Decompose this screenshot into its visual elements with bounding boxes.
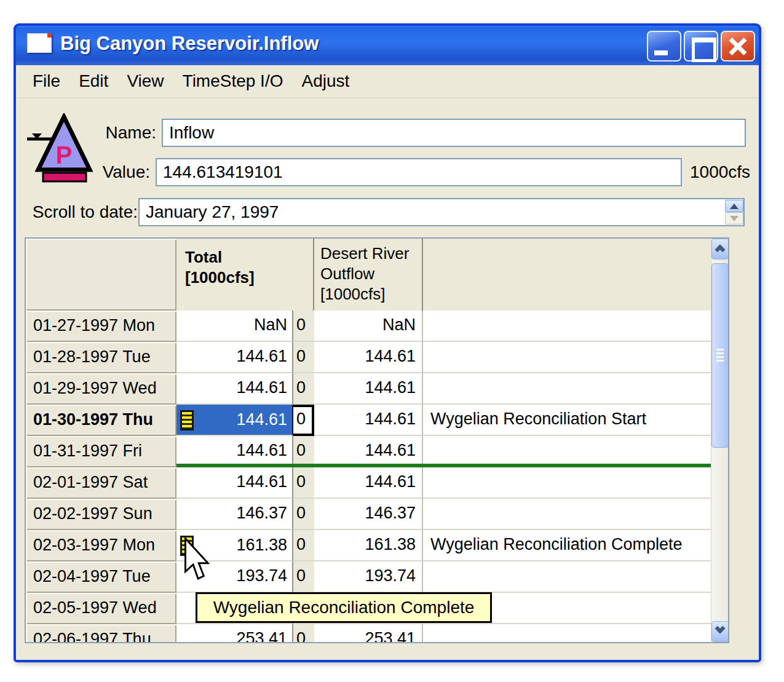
flag-cell[interactable]: 0 [293,373,314,405]
flag-cell[interactable]: 0 [293,467,314,499]
flag-cell[interactable]: 0 [293,436,314,467]
note-cell[interactable]: Wygelian Reconciliation Start [423,405,711,436]
chevron-down-icon [715,624,726,634]
vertical-scrollbar[interactable] [711,239,728,642]
total-column-header[interactable]: Total [1000cfs] [176,239,314,311]
row-date-cell[interactable]: 01-31-1997 Fri [26,436,176,467]
value-label: Value: [66,158,150,186]
total-value-cell[interactable]: 146.37 [176,499,293,530]
flag-cell[interactable]: 0 [293,530,314,561]
table-row: 01-31-1997 Fri 144.610 144.61 [26,436,711,467]
menu-bar: File Edit View TimeStep I/O Adjust [14,65,761,98]
slot-viewer-window: Big Canyon Reservoir.Inflow File Edit Vi… [14,23,761,662]
menu-adjust[interactable]: Adjust [292,69,358,93]
table-row: 02-06-1997 Thu 253.410 253.41 [26,624,711,643]
scroll-to-date-field[interactable] [138,198,745,226]
chevron-up-icon [715,245,726,255]
table-row: 01-29-1997 Wed 144.610 144.61 [26,373,711,405]
title-bar[interactable]: Big Canyon Reservoir.Inflow [14,23,761,65]
timestep-divider-line [176,464,711,467]
row-date-cell[interactable]: 02-05-1997 Wed [26,593,176,624]
maximize-button[interactable] [684,31,718,61]
total-value-cell[interactable]: NaN [176,311,293,342]
date-column-header[interactable] [26,239,176,311]
note-cell[interactable] [423,561,711,593]
mouse-cursor-icon [183,537,212,582]
table-row: 02-04-1997 Tue 193.740 193.74 [26,561,711,593]
row-date-cell[interactable]: 01-29-1997 Wed [26,373,176,405]
outflow-value-cell[interactable]: 144.61 [314,342,423,373]
scroll-to-date-label: Scroll to date: [25,198,138,226]
row-date-cell[interactable]: 02-06-1997 Thu [26,624,176,643]
outflow-value-cell[interactable]: 144.61 [314,436,423,467]
flag-cell[interactable]: 0 [293,499,314,530]
outflow-value-cell[interactable]: 144.61 [314,373,423,405]
outflow-value-cell[interactable]: 144.61 [314,467,423,499]
value-field[interactable] [156,158,682,186]
note-icon[interactable] [180,410,194,430]
scrollbar-down-button[interactable] [711,621,729,642]
note-tooltip: Wygelian Reconciliation Complete [196,592,492,623]
menu-timestep-io[interactable]: TimeStep I/O [173,69,293,93]
outflow-value-cell[interactable]: 253.41 [314,624,423,643]
note-cell[interactable] [423,624,711,643]
row-date-cell[interactable]: 02-01-1997 Sat [26,467,176,499]
name-field[interactable] [162,119,746,147]
row-date-cell[interactable]: 02-04-1997 Tue [26,561,176,593]
flag-cell[interactable]: 0 [293,405,314,436]
close-button[interactable] [721,31,755,61]
outflow-value-cell[interactable]: 146.37 [314,499,423,530]
outflow-value-cell[interactable]: 144.61 [314,405,423,436]
table-header-row: Total [1000cfs] Desert River Outflow [10… [26,239,711,311]
flag-cell[interactable]: 0 [293,561,314,593]
total-value-cell[interactable]: 253.41 [176,624,293,643]
table-row: 01-28-1997 Tue 144.610 144.61 [26,342,711,373]
window-title: Big Canyon Reservoir.Inflow [60,33,319,55]
total-value: 161.38 [236,531,287,560]
date-spinner [725,200,743,224]
note-cell[interactable] [423,436,711,467]
flag-cell[interactable]: 0 [293,342,314,373]
flag-cell[interactable]: 0 [293,311,314,342]
spinner-up-button[interactable] [725,200,743,212]
row-date-cell[interactable]: 02-03-1997 Mon [26,530,176,561]
note-cell[interactable] [423,499,711,530]
row-date-cell[interactable]: 01-28-1997 Tue [26,342,176,373]
scrollbar-grip [716,349,724,363]
outflow-column-header[interactable]: Desert River Outflow [1000cfs] [314,239,423,311]
menu-edit[interactable]: Edit [69,69,117,93]
window-icon [27,33,52,53]
menu-file[interactable]: File [23,69,69,93]
flag-cell[interactable]: 0 [293,624,314,643]
total-value-cell[interactable]: 144.61 [176,467,293,499]
row-date-cell[interactable]: 01-30-1997 Thu [26,405,176,436]
total-value-cell[interactable]: 144.61 [176,436,293,467]
total-value: 144.61 [236,405,287,434]
outflow-value-cell[interactable]: 193.74 [314,561,423,593]
note-cell[interactable] [423,342,711,373]
note-cell[interactable] [423,373,711,405]
total-value-cell[interactable]: 144.61 [176,373,293,405]
total-value-cell-selected[interactable]: 144.61 [176,405,293,436]
notes-column-header [423,239,711,311]
timeseries-table: Total [1000cfs] Desert River Outflow [10… [25,237,729,643]
spinner-down-button[interactable] [725,212,743,224]
table-row-selected: 01-30-1997 Thu 144.61 0 144.61 Wygelian … [26,405,711,436]
table-row: 02-01-1997 Sat 144.610 144.61 [26,467,711,499]
menu-view[interactable]: View [117,69,173,93]
table-row: 02-02-1997 Sun 146.370 146.37 [26,499,711,530]
total-value-cell[interactable]: 144.61 [176,342,293,373]
note-cell[interactable] [423,311,711,342]
outflow-value-cell[interactable]: 161.38 [314,530,423,561]
row-date-cell[interactable]: 02-02-1997 Sun [26,499,176,530]
outflow-value-cell[interactable]: NaN [314,311,423,342]
note-cell[interactable]: Wygelian Reconciliation Complete [423,530,711,561]
table-row: 01-27-1997 Mon NaN0 NaN [26,311,711,342]
table-row: 02-03-1997 Mon 161.38 0 161.38 Wygelian … [26,530,711,561]
scrollbar-thumb[interactable] [711,263,729,448]
name-label: Name: [73,119,156,147]
note-cell[interactable] [423,467,711,499]
minimize-button[interactable] [647,31,681,61]
row-date-cell[interactable]: 01-27-1997 Mon [26,311,176,342]
scrollbar-up-button[interactable] [711,239,729,260]
